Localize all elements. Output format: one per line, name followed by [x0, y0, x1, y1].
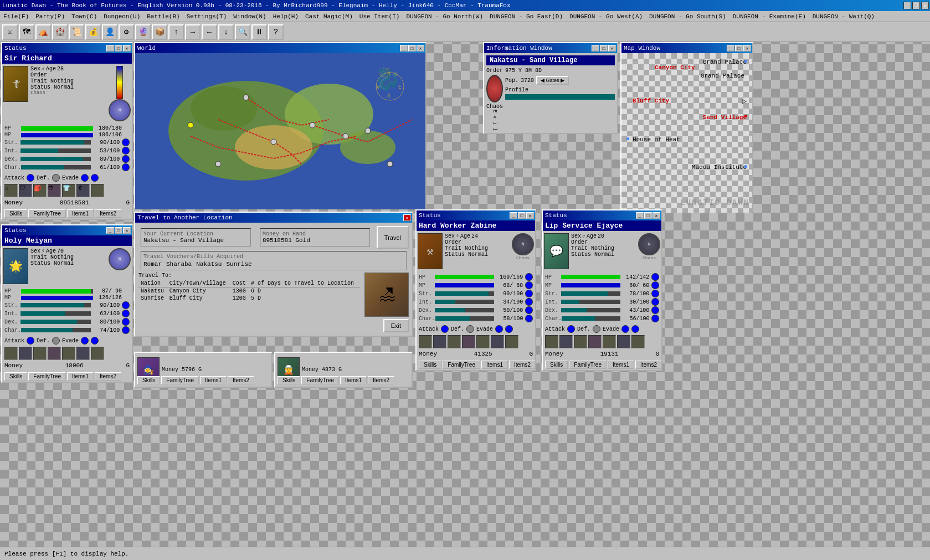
char4-equip-7[interactable]: [631, 335, 645, 348]
char3-tab-family[interactable]: FamilyTree: [443, 361, 480, 369]
char1-equip-3[interactable]: 🎒: [33, 184, 47, 197]
char1-equip-1[interactable]: ⚔: [4, 184, 18, 197]
char2-equip-2[interactable]: [19, 347, 32, 360]
char3-equip-3[interactable]: [448, 335, 461, 348]
tool-btn-17[interactable]: ?: [268, 24, 284, 40]
tool-btn-8[interactable]: ⚙: [119, 24, 134, 40]
char1-equip-2[interactable]: 🛡: [19, 184, 32, 197]
menu-help[interactable]: Help(H): [270, 12, 302, 21]
party4-tab-items2[interactable]: Items2: [368, 376, 394, 384]
char4-equip-1[interactable]: [545, 335, 558, 348]
char3-equip-4[interactable]: [462, 335, 475, 348]
char1-int-btn[interactable]: [122, 147, 130, 155]
char3-equip-1[interactable]: [419, 335, 432, 348]
char3-tab-items2[interactable]: Items2: [509, 361, 536, 369]
char3-dex-btn[interactable]: [525, 306, 533, 314]
world-close[interactable]: ✕: [417, 45, 424, 52]
info-close[interactable]: ✕: [608, 45, 616, 52]
menu-town[interactable]: Town(C): [68, 12, 100, 21]
tool-btn-16[interactable]: ⏸: [251, 24, 267, 40]
tool-btn-15[interactable]: 🔍: [235, 24, 250, 40]
menu-party[interactable]: Party(P): [32, 12, 68, 21]
tool-btn-11[interactable]: ↑: [168, 24, 184, 40]
char3-str-btn[interactable]: [525, 290, 533, 297]
char4-hp-btn[interactable]: [651, 273, 659, 281]
char2-evade-btn[interactable]: [81, 337, 89, 345]
menu-settings[interactable]: Settings(T): [183, 12, 230, 21]
party4-tab-family[interactable]: FamilyTree: [301, 376, 339, 384]
char3-equip-7[interactable]: [505, 335, 518, 348]
tool-btn-7[interactable]: 👤: [102, 24, 117, 40]
char4-int-btn[interactable]: [651, 298, 659, 306]
map-overview-min[interactable]: _: [727, 45, 734, 52]
char3-tab-skills[interactable]: Skills: [419, 361, 441, 369]
char1-equip-6[interactable]: 🗡: [76, 184, 90, 197]
char4-evade-btn[interactable]: [621, 325, 629, 333]
maximize-btn[interactable]: □: [912, 2, 920, 9]
table-row[interactable]: Nakatsu Canyon City 130G 6 D: [138, 287, 360, 295]
char1-dex-btn[interactable]: [122, 155, 130, 163]
menu-dungeon[interactable]: Dungeon(U): [100, 12, 143, 21]
char4-equip-5[interactable]: [603, 335, 616, 348]
char2-tab-items1[interactable]: Items1: [67, 372, 94, 381]
char4-equip-6[interactable]: [617, 335, 630, 348]
tool-btn-13[interactable]: ←: [202, 24, 217, 40]
status-win4-close[interactable]: ✕: [652, 212, 660, 219]
map-overview-max[interactable]: □: [735, 45, 743, 52]
char2-equip-5[interactable]: [62, 347, 75, 360]
menu-dungeon-examine[interactable]: DUNGEON - Examine(E): [729, 12, 809, 21]
travel-close[interactable]: ✕: [403, 214, 411, 221]
status-win2-close[interactable]: ✕: [123, 227, 131, 234]
tool-btn-2[interactable]: 🗺: [19, 24, 34, 40]
status-win2-min[interactable]: _: [106, 227, 114, 234]
char2-tab-skills[interactable]: Skills: [4, 372, 27, 381]
tool-btn-6[interactable]: 💰: [85, 24, 101, 40]
char1-def-btn[interactable]: [52, 174, 60, 182]
status-win3-max[interactable]: □: [518, 212, 526, 219]
char2-def-btn[interactable]: [52, 337, 60, 345]
char1-char-btn[interactable]: [122, 163, 130, 171]
menu-cast-magic[interactable]: Cast Magic(M): [302, 12, 356, 21]
char3-char-btn[interactable]: [525, 315, 533, 322]
char2-char-btn[interactable]: [122, 326, 130, 334]
char3-equip-2[interactable]: [433, 335, 446, 348]
tool-btn-12[interactable]: →: [185, 24, 201, 40]
party3-tab-skills[interactable]: Skills: [137, 376, 160, 384]
status-win3-close[interactable]: ✕: [526, 212, 534, 219]
party4-tab-items1[interactable]: Items1: [340, 376, 367, 384]
char1-tab-items1[interactable]: Items1: [67, 209, 94, 218]
char2-equip-1[interactable]: [4, 347, 18, 360]
char3-equip-5[interactable]: [476, 335, 490, 348]
tool-btn-9[interactable]: 🔮: [135, 24, 151, 40]
info-min[interactable]: _: [592, 45, 599, 52]
char3-evade-btn[interactable]: [495, 325, 503, 333]
char4-attack-btn[interactable]: [567, 325, 575, 333]
char3-acc-btn[interactable]: [505, 325, 513, 333]
travel-exit-btn[interactable]: Exit: [383, 319, 409, 332]
char4-equip-4[interactable]: [588, 335, 602, 348]
tool-btn-4[interactable]: 🏰: [52, 24, 68, 40]
char3-tab-items1[interactable]: Items1: [481, 361, 508, 369]
table-row[interactable]: Sunrise Bluff City 120G 5 D: [138, 295, 360, 302]
char1-acc-btn[interactable]: [91, 174, 99, 182]
char4-tab-items1[interactable]: Items1: [608, 361, 634, 369]
travel-go-btn[interactable]: Travel: [377, 226, 409, 249]
char3-equip-6[interactable]: [491, 335, 504, 348]
char3-attack-btn[interactable]: [441, 325, 449, 333]
char2-attack-btn[interactable]: [27, 337, 34, 345]
char4-tab-skills[interactable]: Skills: [545, 361, 568, 369]
status-win4-max[interactable]: □: [644, 212, 652, 219]
party3-tab-items1[interactable]: Items1: [200, 376, 227, 384]
char1-evade-btn[interactable]: [81, 174, 89, 182]
char2-equip-4[interactable]: [48, 347, 61, 360]
map-overview-close[interactable]: ✕: [743, 45, 751, 52]
char3-def-btn[interactable]: [466, 325, 474, 333]
minimize-btn[interactable]: _: [903, 2, 911, 9]
status-win3-min[interactable]: _: [510, 212, 517, 219]
char4-def-btn[interactable]: [593, 325, 600, 333]
world-min[interactable]: _: [400, 45, 408, 52]
char2-int-btn[interactable]: [122, 310, 130, 317]
char1-tab-items2[interactable]: Items2: [95, 209, 121, 218]
char2-tab-family[interactable]: FamilyTree: [28, 372, 66, 381]
char3-hp-btn[interactable]: [525, 273, 533, 281]
